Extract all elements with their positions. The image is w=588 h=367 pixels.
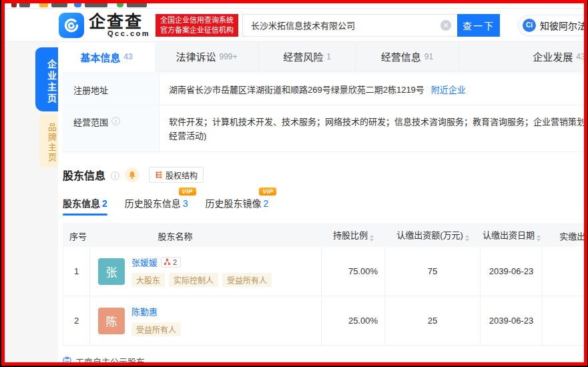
basic-info-table: 注册地址 湖南省长沙市岳麓区洋湖街道和顺路269号绿景欣苑二期2栋1219号附近…	[63, 73, 587, 152]
tab-count: 1	[326, 52, 331, 61]
registered-address-label: 注册地址	[63, 73, 160, 105]
logo-domain: Qcc.com	[89, 30, 150, 37]
subtab-label: 历史股东镜像	[206, 198, 262, 209]
site-header: 企查查 Qcc.com 全国企业信用查询系统 官方备案企业征信机构 ✕ 查一下 …	[5, 9, 584, 42]
sort-icon[interactable]	[370, 233, 374, 244]
sidebar-item-brand-home[interactable]: 品牌主页	[39, 114, 58, 167]
tab-label: 经营风险	[283, 49, 323, 63]
shareholder-name-link[interactable]: 张媛媛	[131, 256, 158, 268]
subtab-label: 历史股东信息	[125, 198, 181, 209]
page: 企查查 Qcc.com 全国企业信用查询系统 官方备案企业征信机构 ✕ 查一下 …	[1, 0, 587, 366]
search-input[interactable]	[242, 14, 457, 37]
table-row: 1 张 张媛媛 2 大股东	[63, 247, 587, 296]
content-area: 企业主页 品牌主页 基本信息 43 法律诉讼 999+ 经营风险 1 经营信息	[5, 42, 584, 362]
business-scope-value: 软件开发；计算机技术开发、技术服务；网络技术的研发；信息技术咨询服务；教育咨询服…	[160, 105, 587, 151]
shareholder-table: 序号 股东名称 持股比例 认缴出资额(万元) 认缴出资日期 实缴出资额(万元) …	[63, 224, 587, 346]
bell-icon[interactable]	[125, 167, 139, 182]
vip-badge: VIP	[259, 188, 276, 196]
tab-company-development[interactable]: 企业发展 43	[459, 42, 587, 71]
business-scope-row: 经营范围 i 软件开发；计算机技术开发、技术服务；网络技术的研发；信息技术咨询服…	[63, 105, 587, 152]
tab-count: 91	[424, 52, 433, 61]
info-icon[interactable]: i	[111, 171, 119, 180]
button-label: 股权结构	[166, 169, 198, 181]
nav-tabbar: 基本信息 43 法律诉讼 999+ 经营风险 1 经营信息 91 企业发展	[58, 42, 587, 71]
col-header-no: 序号	[63, 230, 90, 242]
tab-operation-info[interactable]: 经营信息 91	[355, 42, 459, 71]
row-ratio: 75.00%	[322, 247, 385, 296]
sidebar-item-company-home[interactable]: 企业主页	[35, 47, 58, 111]
business-scope-label: 经营范围 i	[63, 105, 160, 151]
tab-count: 43	[576, 52, 585, 61]
subtab-history-shareholders[interactable]: VIP 历史股东信息3	[125, 196, 188, 216]
subtab-history-shareholder-snapshot[interactable]: VIP 历史股东镜像2	[206, 196, 269, 216]
table-header-row: 序号 股东名称 持股比例 认缴出资额(万元) 认缴出资日期 实缴出资额(万元)	[63, 224, 587, 247]
row-amount: 25	[385, 296, 481, 345]
clipboard-icon	[63, 356, 71, 366]
nearby-companies-link[interactable]: 附近企业	[431, 85, 466, 95]
col-label: 持股比例	[333, 230, 368, 240]
search-clear-icon[interactable]: ✕	[440, 20, 451, 31]
shareholder-subtabs: 股东信息2 VIP 历史股东信息3 VIP 历史股东镜像2	[63, 196, 587, 216]
registered-address-value: 湖南省长沙市岳麓区洋湖街道和顺路269号绿景欣苑二期2栋1219号附近企业	[160, 73, 587, 105]
subtab-label: 股东信息	[63, 198, 100, 209]
shareholder-name-link[interactable]: 陈勤惠	[131, 305, 158, 318]
row-paid	[543, 247, 587, 296]
association-count: 2	[173, 258, 177, 266]
bookmark-fragment-text	[127, 3, 147, 7]
shareholder-cell: 张 张媛媛 2 大股东 实际控制人	[90, 247, 322, 296]
shareholder-cell: 陈 陈勤惠 受益所有人	[90, 296, 322, 345]
col-label: 认缴出资额(万元)	[396, 230, 463, 240]
col-label: 认缴出资日期	[483, 230, 535, 240]
subtab-count: 3	[183, 198, 188, 209]
subtab-count: 2	[102, 198, 107, 209]
row-no: 1	[63, 247, 90, 296]
row-amount: 75	[385, 247, 481, 296]
ci-logo-icon: Ci	[523, 19, 536, 32]
tab-label: 经营信息	[381, 49, 421, 63]
scope-line2: 经营活动)	[169, 129, 587, 143]
subtab-shareholders[interactable]: 股东信息2	[63, 196, 107, 216]
equity-structure-button[interactable]: 股权结构	[149, 167, 204, 183]
partner-label: 知彼阿尔法	[540, 19, 587, 32]
bookmark-site-icon	[74, 3, 81, 7]
section-title: 股东信息	[63, 167, 105, 183]
sort-icon[interactable]	[465, 233, 469, 244]
label-text: 经营范围	[73, 115, 108, 128]
scope-line1: 软件开发；计算机技术开发、技术服务；网络技术的研发；信息技术咨询服务；教育咨询服…	[169, 115, 587, 129]
logo-wordmark: 企查查	[89, 13, 150, 30]
shareholder-footer: 工商自主公示股东	[63, 355, 587, 366]
slogan-line1: 全国企业信用查询系统	[160, 15, 234, 25]
zhibi-alpha-entry[interactable]: Ci 知彼阿尔法	[518, 15, 587, 36]
qcc-logo[interactable]: 企查查 Qcc.com	[59, 13, 150, 38]
tab-operation-risk[interactable]: 经营风险 1	[258, 42, 355, 71]
slogan-badge: 全国企业信用查询系统 官方备案企业征信机构	[156, 14, 238, 37]
label-text: 注册地址	[73, 83, 108, 96]
search-button[interactable]: 查一下	[457, 14, 500, 37]
shareholder-tag: 实际控制人	[169, 273, 218, 287]
sort-icon[interactable]	[537, 233, 541, 244]
avatar: 张	[98, 258, 125, 285]
col-header-date[interactable]: 认缴出资日期	[481, 228, 543, 244]
shareholder-tag: 大股东	[131, 273, 165, 287]
col-header-ratio[interactable]: 持股比例	[322, 228, 385, 244]
row-date: 2039-06-23	[481, 247, 543, 296]
registered-address-row: 注册地址 湖南省长沙市岳麓区洋湖街道和顺路269号绿景欣苑二期2栋1219号附近…	[63, 73, 587, 105]
bookmark-site-icon	[117, 3, 123, 7]
table-row: 2 陈 陈勤惠 受益所有人 25.00% 25	[63, 296, 587, 346]
avatar: 陈	[98, 308, 125, 334]
tab-label: 企业发展	[533, 49, 573, 63]
tab-legal-litigation[interactable]: 法律诉讼 999+	[155, 42, 258, 71]
association-count-badge[interactable]: 2	[161, 257, 181, 268]
tab-basic-info[interactable]: 基本信息 43	[58, 42, 155, 71]
search-group: ✕ 查一下	[242, 14, 500, 37]
shareholder-tag: 受益所有人	[131, 322, 181, 336]
tab-label: 基本信息	[80, 50, 120, 64]
association-icon	[164, 258, 171, 266]
bookmark-fragment-text	[85, 3, 107, 7]
tab-count: 999+	[219, 52, 237, 61]
bookmark-fragment-text	[51, 3, 67, 7]
address-text: 湖南省长沙市岳麓区洋湖街道和顺路269号绿景欣苑二期2栋1219号	[169, 85, 424, 95]
info-icon[interactable]: i	[111, 117, 120, 125]
row-ratio: 25.00%	[322, 296, 385, 345]
col-header-amount[interactable]: 认缴出资额(万元)	[385, 228, 481, 244]
